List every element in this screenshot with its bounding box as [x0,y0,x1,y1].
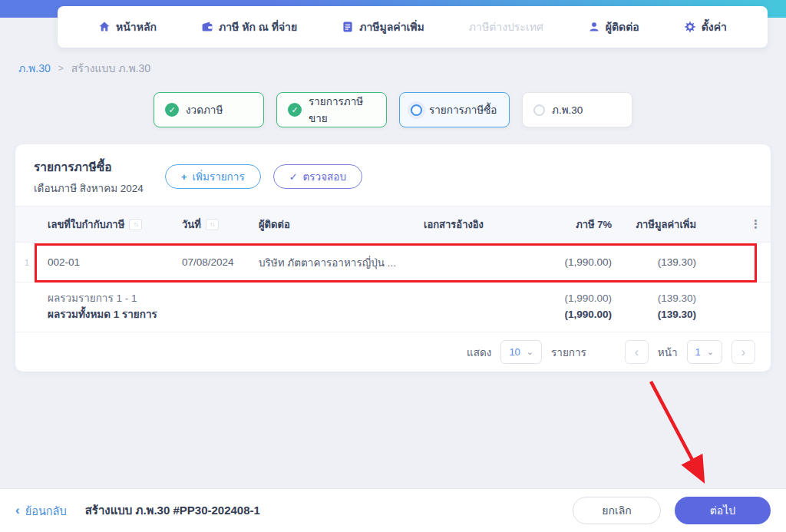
cell-vat: (139.30) [612,256,696,268]
row-number: 1 [25,258,48,267]
breadcrumb-separator: > [58,63,64,74]
page-label: หน้า [658,344,678,361]
nav-item-label: ภาษี หัก ณ ที่จ่าย [219,18,297,35]
page-size-select[interactable]: 10 ⌄ [500,340,542,364]
nav-item-settings[interactable]: ตั้งค่า [684,18,727,35]
annotation-arrow [629,368,783,499]
table-header-row: เลขที่ใบกำกับภาษี ↑↓ วันที่ ↑↓ ผู้ติดต่อ… [15,206,771,243]
unit-label: รายการ [551,344,586,361]
step-tax-period[interactable]: ✓ งวดภาษี [154,92,264,127]
next-page-button[interactable]: › [732,340,755,364]
chevron-down-icon: ⌄ [527,347,533,357]
cell-date: 07/08/2024 [182,256,259,268]
nav-item-foreign-tax: ภาษีต่างประเทศ [469,18,543,35]
check-circle-icon: ✓ [165,103,179,117]
table-row[interactable]: 1 002-01 07/08/2024 บริษัท ภัตตาคารอาหาร… [15,243,771,282]
cell-contact: บริษัท ภัตตาคารอาหารญี่ปุ่น ... [259,254,424,271]
add-item-button[interactable]: + เพิ่มรายการ [165,164,261,189]
top-navbar: หน้าหลัก ภาษี หัก ณ ที่จ่าย ภาษีมูลค่าเพ… [58,6,768,48]
col-label: ภาษีมูลค่าเพิ่ม [636,216,696,233]
purchase-tax-panel: รายการภาษีซื้อ เดือนภาษี สิงหาคม 2024 + … [15,144,771,372]
col-date: วันที่ ↑↓ [182,216,259,233]
summary-total-label: ผลรวมทั้งหมด 1 รายการ [48,306,550,322]
col-reference: เอกสารอ้างอิง [424,216,550,233]
pagination-bar: แสดง 10 ⌄ รายการ ‹ หน้า 1 ⌄ › [15,332,771,372]
show-label: แสดง [467,344,491,361]
breadcrumb-current: สร้างแบบ ภ.พ.30 [71,60,150,77]
nav-item-home[interactable]: หน้าหลัก [98,18,157,35]
col-contact: ผู้ติดต่อ [259,216,424,233]
radio-unselected-icon [533,104,545,116]
app-window: หน้าหลัก ภาษี หัก ณ ที่จ่าย ภาษีมูลค่าเพ… [0,0,786,532]
nav-item-contacts[interactable]: ผู้ติดต่อ [588,18,639,35]
nav-item-label: หน้าหลัก [116,18,157,35]
summary-range-tax: (1,990.00) [550,290,612,306]
summary-total-vat: (139.30) [612,306,696,322]
summary-labels: ผลรวมรายการ 1 - 1 ผลรวมทั้งหมด 1 รายการ [48,290,550,322]
nav-item-label: ภาษีต่างประเทศ [469,18,543,35]
sort-icon[interactable]: ↑↓ [129,219,142,230]
step-label: ภ.พ.30 [552,101,583,118]
cell-invoice-number: 002-01 [48,256,182,268]
chevron-down-icon: ⌄ [707,347,714,357]
next-button[interactable]: ต่อไป [675,497,771,524]
panel-header: รายการภาษีซื้อ เดือนภาษี สิงหาคม 2024 + … [15,144,771,206]
page-value: 1 [695,346,701,358]
person-icon [588,21,600,33]
document-title: สร้างแบบ ภ.พ.30 #PP30-202408-1 [85,501,260,520]
summary-range-label: ผลรวมรายการ 1 - 1 [48,290,550,306]
summary-total-tax: (1,990.00) [550,306,612,322]
verify-label: ตรวจสอบ [303,168,346,185]
radio-selected-icon [411,104,422,116]
summary-tax-values: (1,990.00) (1,990.00) [550,290,612,322]
step-tabs: ✓ งวดภาษี ✓ รายการภาษีขาย รายการภาษีซื้อ… [0,92,786,127]
page-select[interactable]: 1 ⌄ [687,340,722,364]
chevron-left-icon: ‹ [15,503,20,518]
table-options-kebab-icon[interactable]: ⋮ [696,217,761,231]
bottom-action-bar: ‹ ย้อนกลับ สร้างแบบ ภ.พ.30 #PP30-202408-… [0,488,786,532]
step-label: รายการภาษีซื้อ [429,101,497,118]
page-size-value: 10 [509,346,520,358]
col-invoice-number: เลขที่ใบกำกับภาษี ↑↓ [48,216,182,233]
step-label: งวดภาษี [186,101,223,118]
step-pp30[interactable]: ภ.พ.30 [522,92,632,127]
sort-icon[interactable]: ↑↓ [206,219,219,230]
step-purchase-tax[interactable]: รายการภาษีซื้อ [399,92,510,127]
gear-icon [684,21,696,33]
nav-item-vat[interactable]: ภาษีมูลค่าเพิ่ม [342,18,424,35]
check-circle-icon: ✓ [288,103,302,117]
check-icon: ✓ [289,171,298,183]
step-label: รายการภาษีขาย [309,93,375,127]
col-label: เลขที่ใบกำกับภาษี [48,216,124,233]
prev-page-button[interactable]: ‹ [625,340,649,364]
nav-item-label: ภาษีมูลค่าเพิ่ม [359,18,424,35]
add-item-label: เพิ่มรายการ [192,168,244,185]
breadcrumb: ภ.พ.30 > สร้างแบบ ภ.พ.30 [18,60,150,77]
plus-icon: + [181,171,187,183]
breadcrumb-root-link[interactable]: ภ.พ.30 [18,60,51,77]
cell-tax7: (1,990.00) [550,256,612,268]
back-link[interactable]: ‹ ย้อนกลับ [15,502,67,520]
row-options-kebab-icon[interactable]: ⋮ [696,256,761,269]
nav-item-withholding-tax[interactable]: ภาษี หัก ณ ที่จ่าย [201,18,297,35]
summary-row: ผลรวมรายการ 1 - 1 ผลรวมทั้งหมด 1 รายการ … [15,282,771,332]
home-icon [98,21,111,33]
nav-item-label: ผู้ติดต่อ [606,18,639,35]
receipt-icon [342,21,354,33]
col-vat: ภาษีมูลค่าเพิ่ม [612,216,696,233]
nav-item-label: ตั้งค่า [702,18,727,35]
col-label: ภาษี 7% [576,216,612,233]
step-sales-tax[interactable]: ✓ รายการภาษีขาย [276,92,387,127]
cancel-button[interactable]: ยกเลิก [573,497,661,524]
back-label: ย้อนกลับ [25,502,67,520]
col-label: ผู้ติดต่อ [259,216,290,233]
wallet-icon [201,21,213,33]
verify-button[interactable]: ✓ ตรวจสอบ [273,164,362,189]
summary-vat-values: (139.30) (139.30) [612,290,696,322]
col-label: วันที่ [182,216,201,233]
panel-subtitle: เดือนภาษี สิงหาคม 2024 [34,180,144,197]
summary-range-vat: (139.30) [612,290,696,306]
panel-title: รายการภาษีซื้อ [34,157,144,177]
col-tax7: ภาษี 7% [550,216,612,233]
panel-title-block: รายการภาษีซื้อ เดือนภาษี สิงหาคม 2024 [34,157,144,197]
